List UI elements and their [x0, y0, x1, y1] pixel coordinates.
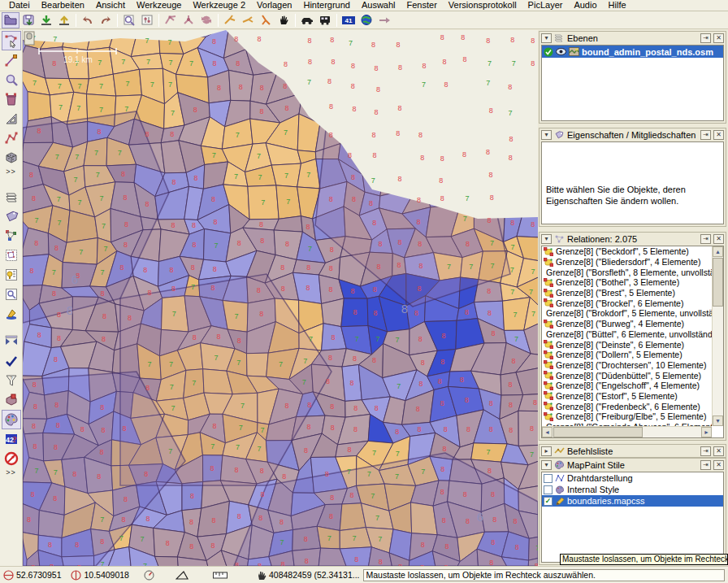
menu-fenster[interactable]: Fenster	[401, 0, 443, 11]
scroll-down-arrow[interactable]: ▼	[713, 415, 723, 426]
menu-audio[interactable]: Audio	[568, 0, 602, 11]
plugin-arrow-button[interactable]	[375, 12, 393, 28]
expand-button[interactable]: ▸	[541, 446, 552, 456]
relation-row[interactable]: Grenze[8] ("Dollern", 5 Elemente)	[542, 350, 712, 360]
menu-bearbeiten[interactable]: Bearbeiten	[36, 0, 90, 11]
relation-row[interactable]: Grenze[8] ("Deinste", 6 Elemente)	[542, 339, 712, 350]
plugin-41-button[interactable]: 41	[340, 12, 358, 28]
relation-row[interactable]: Grenze[8] ("Estorf", 5 Elemente)	[542, 391, 712, 402]
zoom-tool-button[interactable]	[2, 70, 21, 89]
relation-row[interactable]: Grenze[8] ("Freiburg/Elbe", 5 Elemente)	[542, 411, 712, 422]
collapse-button[interactable]: ▾	[541, 460, 552, 470]
split-way-button[interactable]	[180, 12, 197, 28]
pan-hand-button[interactable]	[275, 12, 292, 28]
scroll-thumb[interactable]	[553, 427, 643, 437]
more-tools-label[interactable]: >>	[6, 168, 16, 179]
extrude-tool-button[interactable]	[2, 148, 21, 168]
parallel-way-tool-button[interactable]	[2, 128, 21, 148]
relations-dialog-button[interactable]	[2, 226, 21, 246]
scroll-thumb[interactable]	[713, 258, 723, 307]
commands-dialog-button[interactable]	[2, 265, 21, 285]
relation-row[interactable]: Grenze[8] ("Brokdorf", 5 Elemente, unvol…	[542, 308, 712, 319]
relation-row[interactable]: Grenze[8] ("Burweg", 4 Elemente)	[542, 319, 712, 329]
upload-button[interactable]	[55, 12, 73, 28]
redo-button[interactable]	[97, 12, 115, 28]
car-button[interactable]	[298, 12, 316, 28]
stick-button[interactable]: ⇥	[700, 446, 711, 456]
selection-dialog-button[interactable]	[2, 246, 21, 265]
relation-row[interactable]: Grenze[8] ("Bothel", 3 Elemente)	[542, 277, 712, 288]
menu-hilfe[interactable]: Hilfe	[603, 0, 632, 11]
menu-piclayer[interactable]: PicLayer	[522, 0, 569, 11]
select-tool-button[interactable]	[2, 31, 21, 50]
relations-horizontal-scrollbar[interactable]: ◄ ►	[542, 426, 712, 437]
relation-row[interactable]: Grenze[8] ("Büttel", 6 Elemente, unvolls…	[542, 329, 712, 340]
style-checkbox[interactable]: ✓	[544, 497, 552, 506]
relation-row[interactable]: Grenze[8] ("Beckdorf", 5 Elemente)	[542, 246, 712, 257]
relations-list[interactable]: Grenze[8] ("Beckdorf", 5 Elemente)Grenze…	[542, 246, 712, 426]
collapse-button[interactable]: ▾	[541, 33, 552, 43]
relation-row[interactable]: Grenze[8] ("Bliedersdorf", 4 Elemente)	[542, 257, 712, 268]
layer-visible-icon[interactable]	[556, 48, 566, 55]
undo-button[interactable]	[79, 12, 97, 28]
relation-row[interactable]: Grenze[8] ("Borsfleth", 8 Elemente, unvo…	[542, 267, 712, 277]
menu-versionsprotokoll[interactable]: Versionsprotokoll	[443, 0, 522, 11]
mappaint-row-drahtdarstellung[interactable]: Drahtdarstellung	[542, 472, 723, 484]
layers-dialog-button[interactable]	[2, 187, 21, 207]
relation-row[interactable]: Grenze[8] ("Brest", 5 Elemente)	[542, 288, 712, 298]
relation-row[interactable]: Grenze[8] ("Fredenbeck", 6 Elemente)	[542, 401, 712, 411]
collapse-button[interactable]: ▾	[541, 130, 552, 140]
scroll-right-arrow[interactable]: ►	[701, 427, 712, 437]
menu-auswahl[interactable]: Auswahl	[356, 0, 401, 11]
menu-datei[interactable]: Datei	[3, 0, 36, 11]
mappaint-button[interactable]	[2, 410, 21, 429]
close-panel-button[interactable]: ✕	[713, 33, 724, 43]
no-entry-button[interactable]	[2, 449, 21, 468]
fullscreen-button[interactable]	[2, 332, 21, 351]
collapse-button[interactable]: ▾	[541, 234, 552, 244]
open-button[interactable]	[2, 12, 20, 28]
measure-tool-button[interactable]	[2, 109, 21, 128]
menu-ansicht[interactable]: Ansicht	[90, 0, 131, 11]
mappaint-row-boundaries-mapcss[interactable]: ✓boundaries.mapcss	[542, 495, 723, 507]
close-panel-button[interactable]: ✕	[713, 130, 724, 140]
changeset-42-button[interactable]: 42?	[2, 429, 21, 449]
tool-orange-2-button[interactable]	[239, 12, 257, 28]
menu-hintergrund[interactable]: Hintergrund	[297, 0, 355, 11]
preferences-button[interactable]	[138, 12, 156, 28]
download-button[interactable]	[37, 12, 55, 28]
style-checkbox[interactable]	[544, 485, 552, 494]
zoom-to-selection-button[interactable]	[120, 12, 138, 28]
draw-node-tool-button[interactable]	[2, 50, 21, 70]
relation-row[interactable]: Grenze[8] ("Brockel", 6 Elemente)	[542, 298, 712, 308]
close-panel-button[interactable]: ✕	[713, 460, 724, 470]
more-dialogs-label[interactable]: >>	[6, 468, 16, 480]
validator-button[interactable]	[2, 351, 21, 371]
save-button[interactable]	[20, 12, 37, 28]
close-panel-button[interactable]: ✕	[713, 234, 724, 244]
relation-row[interactable]: Grenze[8] ("Drochtersen", 10 Elemente)	[542, 360, 712, 371]
stick-button[interactable]: ⇥	[700, 460, 711, 470]
globe-button[interactable]	[358, 12, 375, 28]
scroll-left-arrow[interactable]: ◄	[542, 427, 552, 437]
map-canvas[interactable]: 7777888887888888888777777888888888887788…	[23, 30, 538, 566]
merge-ways-button[interactable]	[162, 12, 180, 28]
relation-row[interactable]: Grenze[8] ("Düdenbüttel", 5 Elemente)	[542, 370, 712, 381]
scroll-up-arrow[interactable]: ▲	[713, 246, 723, 257]
mappaint-row-internal-style[interactable]: Internal Style	[542, 484, 723, 495]
filter-button[interactable]: ?	[2, 371, 21, 390]
conflict-button[interactable]	[2, 390, 21, 410]
menu-werkzeuge[interactable]: Werkzeuge	[131, 0, 187, 11]
layer-row[interactable]: bound_admin_postal_nds.osm	[542, 46, 723, 58]
stick-button[interactable]: ⇥	[700, 234, 711, 244]
minimap-dialog-button[interactable]	[2, 304, 21, 324]
delete-tool-button[interactable]	[2, 89, 21, 109]
tool-orange-1-button[interactable]	[221, 12, 239, 28]
relation-row[interactable]: Grenze[8] ("Engelschoff", 4 Elemente)	[542, 381, 712, 391]
style-checkbox[interactable]	[544, 474, 552, 483]
menu-werkzeuge-2[interactable]: Werkzeuge 2	[187, 0, 251, 11]
properties-dialog-button[interactable]	[2, 207, 21, 226]
menu-vorlagen[interactable]: Vorlagen	[251, 0, 297, 11]
search-dialog-button[interactable]	[2, 285, 21, 304]
synchronize-button[interactable]	[197, 12, 215, 28]
